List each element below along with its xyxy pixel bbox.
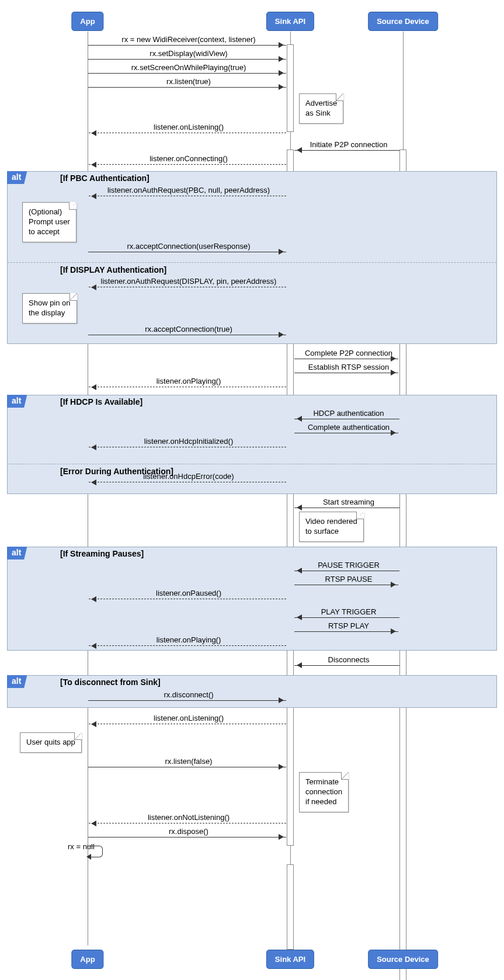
msg: listener.onAuthRequest(PBC, null, peerAd… xyxy=(107,186,270,194)
actor-source-bottom: Source Device xyxy=(368,950,438,969)
arrow xyxy=(88,335,286,335)
msg: rx.disconnect() xyxy=(164,690,213,699)
sequence-diagram: alt [If PBC Authentication] [If DISPLAY … xyxy=(0,0,504,980)
note-advertise: Advertiseas Sink xyxy=(299,93,343,124)
arrow xyxy=(294,585,398,585)
msg: Establish RTSP session xyxy=(308,363,389,371)
msg: listener.onListening() xyxy=(154,123,224,131)
msg: listener.onPlaying() xyxy=(157,377,221,385)
arrow xyxy=(294,373,398,373)
arrow xyxy=(88,59,286,60)
arrow xyxy=(294,433,398,433)
alt-title: [If PBC Authentication] xyxy=(60,173,150,183)
activation-sink-1 xyxy=(287,44,294,132)
note-video: Video renderedto surface xyxy=(299,512,364,542)
arrow xyxy=(89,287,286,287)
note-text: Video renderedto surface xyxy=(305,517,357,536)
msg: rx.setScreenOnWhilePlaying(true) xyxy=(131,63,246,72)
msg: listener.onHdcpInitialized() xyxy=(144,437,233,446)
arrow xyxy=(89,387,286,387)
alt-tag: alt xyxy=(7,171,27,184)
actor-source-top: Source Device xyxy=(368,12,438,31)
note-pin: Show pin onthe display xyxy=(22,293,77,324)
msg: rx = new WidiReceiver(context, listener) xyxy=(121,35,255,44)
msg: RTSP PLAY xyxy=(328,621,369,630)
arrow xyxy=(89,164,286,165)
alt-separator xyxy=(8,464,496,464)
arrow xyxy=(88,45,286,46)
note-text: Terminateconnectionif needed xyxy=(305,777,342,806)
alt-title: [If HDCP Is Available] xyxy=(60,397,142,406)
msg: listener.onNotListening() xyxy=(148,813,230,822)
actor-sink-top: Sink API xyxy=(266,12,314,31)
note-text: Advertiseas Sink xyxy=(305,99,337,117)
msg: listener.onAuthRequest(DISPLAY, pin, pee… xyxy=(101,277,277,286)
arrow xyxy=(89,599,286,599)
msg: rx.setDisplay(widiView) xyxy=(150,49,227,58)
msg: listener.onPaused() xyxy=(156,589,221,597)
msg: listener.onListening() xyxy=(154,714,224,722)
arrow xyxy=(294,419,399,419)
msg: Initiate P2P connection xyxy=(310,140,388,149)
arrow xyxy=(88,767,286,767)
alt-title: [If Streaming Pauses] xyxy=(60,549,144,558)
arrow xyxy=(89,196,286,196)
msg: Complete P2P connection xyxy=(305,349,392,357)
msg: Start streaming xyxy=(323,498,374,506)
alt-frame-disconnect: alt [To disconnect from Sink] xyxy=(7,675,497,708)
actor-app-bottom: App xyxy=(71,950,103,969)
msg: listener.onPlaying() xyxy=(157,635,221,644)
alt-tag: alt xyxy=(7,395,27,408)
alt-title: [To disconnect from Sink] xyxy=(60,677,161,687)
alt-tag: alt xyxy=(7,547,27,559)
alt-frame-hdcp: alt [If HDCP Is Available] [Error During… xyxy=(7,395,497,494)
arrow xyxy=(88,252,286,252)
arrow xyxy=(89,645,286,646)
arrow xyxy=(89,447,286,447)
msg: listener.onConnecting() xyxy=(150,154,228,163)
msg: rx.acceptConnection(true) xyxy=(145,325,232,333)
note-text: Show pin onthe display xyxy=(29,298,71,317)
msg: rx.listen(true) xyxy=(166,77,211,86)
msg: Disconnects xyxy=(328,655,370,664)
arrow xyxy=(88,837,286,837)
note-prompt: (Optional)Prompt userto accept xyxy=(22,202,77,242)
arrow xyxy=(89,724,286,724)
arrow xyxy=(294,631,398,632)
msg: PAUSE TRIGGER xyxy=(318,561,380,569)
msg: RTSP PAUSE xyxy=(325,575,373,583)
msg: Complete authentication xyxy=(308,423,390,432)
arrow xyxy=(294,665,399,666)
note-terminate: Terminateconnectionif needed xyxy=(299,772,349,812)
arrow xyxy=(294,150,399,151)
activation-sink-3 xyxy=(287,864,294,950)
msg: listener.onHdcpError(code) xyxy=(143,472,234,481)
actor-sink-bottom: Sink API xyxy=(266,950,314,969)
msg: rx.dispose() xyxy=(169,827,208,836)
arrow xyxy=(89,823,286,823)
arrow xyxy=(89,482,286,482)
arrow xyxy=(294,359,398,359)
alt-separator xyxy=(8,262,496,263)
arrow xyxy=(88,700,286,701)
note-text: (Optional)Prompt userto accept xyxy=(29,207,70,236)
arrow xyxy=(294,617,399,618)
alt-tag: alt xyxy=(7,675,27,688)
msg: PLAY TRIGGER xyxy=(321,607,377,616)
note-text: User quits app xyxy=(26,738,75,746)
alt-subtitle: [If DISPLAY Authentication] xyxy=(60,265,166,274)
actor-app-top: App xyxy=(71,12,103,31)
arrow xyxy=(89,133,286,133)
arrow xyxy=(88,73,286,74)
arrow xyxy=(294,571,399,571)
msg: HDCP authentication xyxy=(313,409,384,418)
note-userquits: User quits app xyxy=(20,732,82,753)
alt-frame-auth: alt [If PBC Authentication] [If DISPLAY … xyxy=(7,171,497,344)
msg: rx.acceptConnection(userResponse) xyxy=(127,242,251,251)
msg: rx.listen(false) xyxy=(165,757,213,766)
arrow xyxy=(88,87,286,88)
arrow xyxy=(294,508,399,508)
self-loop-arrow xyxy=(88,846,103,857)
